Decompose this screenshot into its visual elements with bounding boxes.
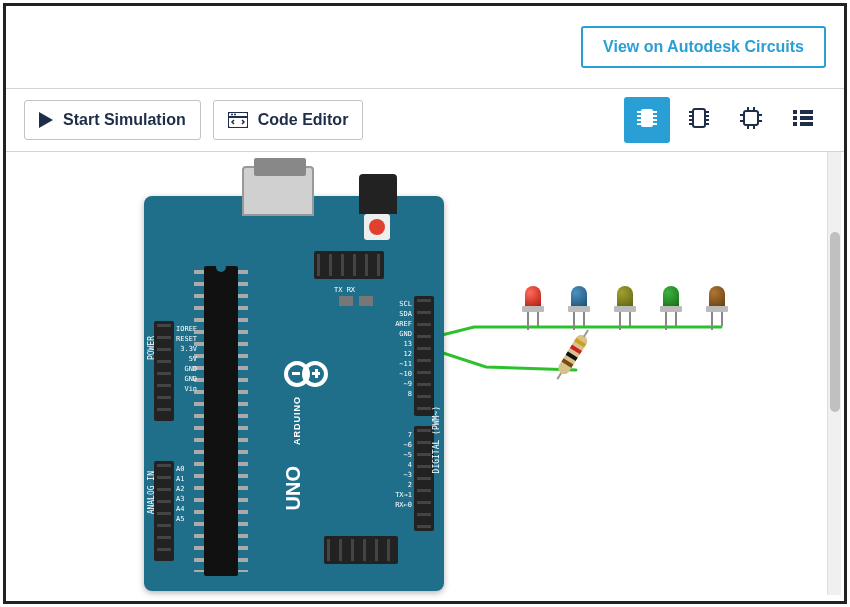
digital-low-pin-labels: 7~6~54~32TX→1RX←0	[395, 430, 412, 510]
svg-rect-34	[793, 116, 797, 120]
arduino-brand-label: ARDUINO	[292, 396, 302, 445]
svg-rect-33	[800, 110, 813, 114]
analog-pin-labels: A0A1A2A3A4A5	[176, 464, 184, 524]
vertical-scrollbar[interactable]	[827, 152, 841, 595]
led-olive[interactable]	[614, 286, 636, 316]
scrollbar-thumb[interactable]	[830, 232, 840, 412]
led-red[interactable]	[522, 286, 544, 316]
circuit-canvas[interactable]: IOREFRESET3.3V5VGNDGNDVin A0A1A2A3A4A5 S…	[6, 152, 844, 601]
atmega-chip	[204, 266, 238, 576]
chip-outline-icon	[686, 105, 712, 135]
barrel-jack	[359, 174, 397, 214]
start-simulation-label: Start Simulation	[63, 111, 186, 129]
svg-point-3	[231, 114, 233, 116]
start-simulation-button[interactable]: Start Simulation	[24, 100, 201, 140]
svg-rect-1	[228, 112, 248, 128]
reset-button[interactable]	[364, 214, 390, 240]
arduino-uno-board[interactable]: IOREFRESET3.3V5VGNDGNDVin A0A1A2A3A4A5 S…	[144, 196, 444, 591]
led-orange[interactable]	[706, 286, 728, 316]
analog-group-label: ANALOG IN	[147, 471, 156, 514]
rx-led	[359, 296, 373, 306]
resistor[interactable]	[556, 333, 589, 377]
header-row: View on Autodesk Circuits	[581, 26, 826, 68]
arduino-model-label: UNO	[282, 466, 305, 510]
icsp-header-bottom[interactable]	[324, 536, 398, 564]
led-green[interactable]	[660, 286, 682, 316]
view-schematic-button[interactable]	[676, 97, 722, 143]
list-icon	[790, 105, 816, 135]
view-list-button[interactable]	[780, 97, 826, 143]
tx-rx-label: TX RX	[334, 286, 355, 294]
svg-rect-32	[793, 110, 797, 114]
play-icon	[39, 112, 53, 128]
power-group-label: POWER	[147, 336, 156, 360]
view-components-button[interactable]	[624, 97, 670, 143]
chip-filled-icon	[634, 105, 660, 135]
toolbar: Start Simulation Code Editor	[6, 88, 844, 152]
code-editor-icon	[228, 112, 248, 128]
svg-rect-35	[800, 116, 813, 120]
view-pcb-button[interactable]	[728, 97, 774, 143]
led-blue[interactable]	[568, 286, 590, 316]
svg-rect-23	[744, 111, 758, 125]
arduino-logo-icon	[284, 361, 332, 385]
icsp-header-top[interactable]	[314, 251, 384, 279]
chip-square-icon	[738, 105, 764, 135]
digital-group-label: DIGITAL (PWM~)	[432, 406, 441, 473]
code-editor-label: Code Editor	[258, 111, 349, 129]
app-frame: View on Autodesk Circuits Start Simulati…	[3, 3, 847, 604]
svg-rect-5	[641, 109, 653, 127]
usb-port	[242, 166, 314, 216]
power-pin-labels: IOREFRESET3.3V5VGNDGNDVin	[176, 324, 197, 394]
digital-high-pin-labels: SCLSDAAREFGND1312~11~10~98	[395, 299, 412, 399]
svg-rect-37	[800, 122, 813, 126]
digital-header-low[interactable]	[414, 426, 434, 531]
tx-led	[339, 296, 353, 306]
analog-header[interactable]	[154, 461, 174, 561]
svg-marker-0	[39, 112, 53, 128]
svg-rect-36	[793, 122, 797, 126]
svg-point-4	[234, 114, 236, 116]
digital-header-high[interactable]	[414, 296, 434, 416]
power-header[interactable]	[154, 321, 174, 421]
view-autodesk-button[interactable]: View on Autodesk Circuits	[581, 26, 826, 68]
code-editor-button[interactable]: Code Editor	[213, 100, 364, 140]
svg-rect-14	[693, 109, 705, 127]
